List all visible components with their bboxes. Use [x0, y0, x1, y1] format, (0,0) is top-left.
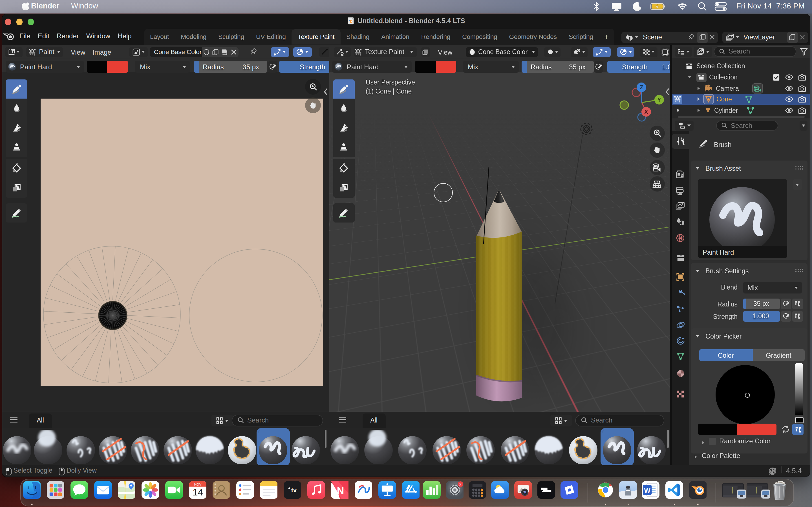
svg-text:NOV: NOV	[194, 483, 201, 487]
svg-text:N: N	[337, 485, 344, 496]
svg-text:tv: tv	[291, 487, 296, 494]
svg-text:W: W	[644, 487, 651, 494]
svg-text:14: 14	[192, 487, 203, 497]
svg-text:X: X	[644, 109, 648, 115]
svg-text:Y: Y	[657, 97, 661, 103]
svg-text:Z: Z	[640, 84, 643, 91]
svg-text:2: 2	[459, 482, 462, 487]
